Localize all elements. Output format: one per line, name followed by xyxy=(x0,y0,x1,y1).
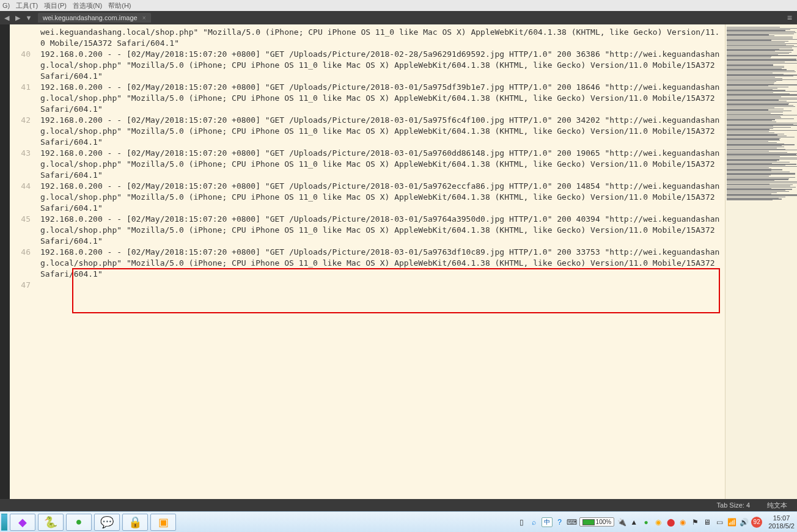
status-tabsize[interactable]: Tab Size: 4 xyxy=(717,501,750,509)
tray-battery[interactable]: 100% xyxy=(579,517,615,527)
log-text: 192.168.0.200 - - [02/May/2018:15:07:20 … xyxy=(40,115,721,148)
editor-area: wei.keguandashang.local/shop.php" "Mozil… xyxy=(0,24,797,499)
line-number: 45 xyxy=(10,214,40,247)
tray-power-icon[interactable]: 🔌 xyxy=(617,517,626,527)
line-number: 40 xyxy=(10,49,40,82)
tray-monitor-icon[interactable]: 🖥 xyxy=(702,517,712,527)
log-text xyxy=(40,280,721,291)
nav-forward-icon[interactable]: ▶ xyxy=(13,13,22,22)
status-syntax[interactable]: 纯文本 xyxy=(767,501,787,510)
tray-orange-icon[interactable]: ◉ xyxy=(678,517,688,527)
taskbar-360-icon[interactable]: ● xyxy=(66,514,92,531)
menu-preferences[interactable]: 首选项(N) xyxy=(73,1,102,10)
taskbar-wechat-icon[interactable]: 💬 xyxy=(94,514,120,531)
tray-keyboard-icon[interactable]: ⌨ xyxy=(567,517,577,527)
tray-sogou-icon[interactable]: ⬤ xyxy=(666,517,675,527)
log-line[interactable]: 44192.168.0.200 - - [02/May/2018:15:07:2… xyxy=(10,181,721,214)
tray-notification-badge[interactable]: 92 xyxy=(751,517,762,528)
log-line[interactable]: 47 xyxy=(10,280,721,291)
line-number xyxy=(10,27,40,49)
log-line[interactable]: 43192.168.0.200 - - [02/May/2018:15:07:2… xyxy=(10,148,721,181)
line-number: 46 xyxy=(10,247,40,280)
hamburger-icon[interactable]: ≡ xyxy=(787,13,792,23)
log-text: 192.168.0.200 - - [02/May/2018:15:07:20 … xyxy=(40,247,721,280)
tray-date: 2018/5/2 xyxy=(768,522,795,530)
menu-g[interactable]: G) xyxy=(2,2,10,9)
battery-percent: 100% xyxy=(596,519,612,525)
tray-network-icon[interactable]: 📶 xyxy=(727,517,736,527)
menubar: G) 工具(T) 项目(P) 首选项(N) 帮助(H) xyxy=(0,0,797,11)
editor[interactable]: wei.keguandashang.local/shop.php" "Mozil… xyxy=(10,24,797,499)
menu-tools[interactable]: 工具(T) xyxy=(16,1,38,10)
line-number: 43 xyxy=(10,148,40,181)
tab-title: wei.keguandashang.com.image xyxy=(43,14,138,21)
log-text: 192.168.0.200 - - [02/May/2018:15:07:20 … xyxy=(40,49,721,82)
log-line[interactable]: wei.keguandashang.local/shop.php" "Mozil… xyxy=(10,27,721,49)
log-text: 192.168.0.200 - - [02/May/2018:15:07:20 … xyxy=(40,82,721,115)
tray-flag-icon[interactable]: ⚑ xyxy=(690,517,700,527)
taskbar-phpstorm-icon[interactable]: ◆ xyxy=(10,514,35,531)
tray-search-icon[interactable]: ⌕ xyxy=(529,517,539,527)
log-line[interactable]: 45192.168.0.200 - - [02/May/2018:15:07:2… xyxy=(10,214,721,247)
tray-clock[interactable]: 15:07 2018/5/2 xyxy=(768,514,795,530)
statusbar: Tab Size: 4 纯文本 xyxy=(10,499,797,511)
log-text: 192.168.0.200 - - [02/May/2018:15:07:20 … xyxy=(40,214,721,247)
code-content[interactable]: wei.keguandashang.local/shop.php" "Mozil… xyxy=(10,24,725,499)
tray-ime-icon[interactable]: 中 xyxy=(542,517,553,527)
menu-help[interactable]: 帮助(H) xyxy=(108,1,131,10)
taskbar: ◆ 🐍 ● 💬 🔒 ▣ ▯ ⌕ 中 ? ⌨ 100% 🔌 ▲ ● ◉ ⬤ ◉ ⚑… xyxy=(0,511,797,532)
menu-project[interactable]: 项目(P) xyxy=(44,1,67,10)
tray-help-icon[interactable]: ? xyxy=(555,517,565,527)
tray-volume-icon[interactable]: 🔊 xyxy=(739,517,749,527)
log-text: 192.168.0.200 - - [02/May/2018:15:07:20 … xyxy=(40,181,721,214)
taskbar-python-icon[interactable]: 🐍 xyxy=(38,514,64,531)
tabbar: ◀ ▶ ▼ wei.keguandashang.com.image × ≡ xyxy=(0,11,797,24)
taskbar-start[interactable] xyxy=(1,514,7,531)
log-line[interactable]: 42192.168.0.200 - - [02/May/2018:15:07:2… xyxy=(10,115,721,148)
tray-up-icon[interactable]: ▲ xyxy=(629,517,639,527)
log-text: 192.168.0.200 - - [02/May/2018:15:07:20 … xyxy=(40,148,721,181)
log-line[interactable]: 41192.168.0.200 - - [02/May/2018:15:07:2… xyxy=(10,82,721,115)
tray-time: 15:07 xyxy=(768,514,795,522)
taskbar-tools-icon[interactable]: 🔒 xyxy=(122,514,148,531)
log-line[interactable]: 46192.168.0.200 - - [02/May/2018:15:07:2… xyxy=(10,247,721,280)
line-number: 42 xyxy=(10,115,40,148)
line-number: 47 xyxy=(10,280,40,291)
tray-window-icon[interactable]: ▭ xyxy=(714,517,724,527)
tray-expand-icon[interactable]: ▯ xyxy=(517,517,527,527)
system-tray: ▯ ⌕ 中 ? ⌨ 100% 🔌 ▲ ● ◉ ⬤ ◉ ⚑ 🖥 ▭ 📶 🔊 92 … xyxy=(517,514,797,530)
line-number: 41 xyxy=(10,82,40,115)
line-number: 44 xyxy=(10,181,40,214)
tab-active[interactable]: wei.keguandashang.com.image × xyxy=(38,13,151,23)
log-text: wei.keguandashang.local/shop.php" "Mozil… xyxy=(40,27,721,49)
nav-dropdown-icon[interactable]: ▼ xyxy=(24,13,33,22)
tab-close-icon[interactable]: × xyxy=(142,15,146,21)
minimap[interactable] xyxy=(725,24,797,499)
tray-360safe-icon[interactable]: ◉ xyxy=(653,517,663,527)
nav-back-icon[interactable]: ◀ xyxy=(2,13,11,22)
taskbar-sublime-icon[interactable]: ▣ xyxy=(150,514,176,531)
log-line[interactable]: 40192.168.0.200 - - [02/May/2018:15:07:2… xyxy=(10,49,721,82)
tray-wechat-icon[interactable]: ● xyxy=(641,517,651,527)
